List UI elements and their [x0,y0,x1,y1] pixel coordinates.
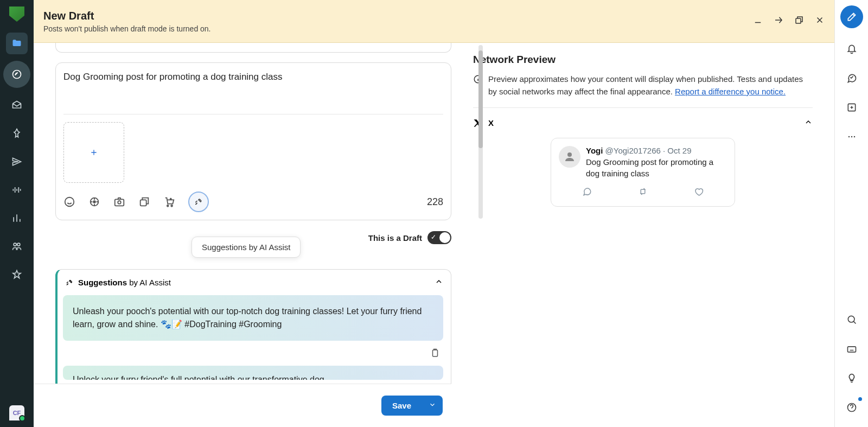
svg-point-5 [65,197,74,207]
preview-divider [473,107,813,108]
svg-point-18 [851,136,852,138]
camera-button[interactable] [113,196,125,208]
retweet-icon[interactable] [638,187,648,199]
avatar [559,146,580,168]
compose-toolbar: 228 [63,192,443,212]
svg-point-7 [93,201,95,203]
nav-analytics[interactable] [6,207,28,229]
target-button[interactable] [88,196,100,208]
compose-divider [63,114,443,114]
svg-point-9 [118,201,121,204]
copy-suggestion-button[interactable] [430,348,440,360]
svg-point-12 [171,205,173,207]
feedback-button[interactable] [842,68,861,88]
tweet-date: Oct 29 [667,146,691,155]
nav-inbox[interactable] [6,94,28,116]
add-media-button[interactable] [63,122,124,183]
banner-subtitle: Posts won't publish when draft mode is t… [43,24,211,33]
sparkle-icon [65,278,74,287]
network-accordion-header[interactable]: X [473,118,813,128]
notifications-button[interactable] [842,39,861,59]
svg-rect-13 [433,350,438,356]
chevron-up-icon [804,118,813,128]
svg-rect-8 [115,199,124,206]
svg-point-17 [848,136,850,138]
emoji-button[interactable] [63,196,75,208]
suggestions-title-bold: Suggestions [78,278,127,287]
compose-card: Dog Grooming post for promoting a dog tr… [55,62,451,220]
add-panel-button[interactable] [842,98,861,117]
check-icon: ✓ [431,233,436,241]
keyboard-button[interactable] [842,339,861,359]
like-icon[interactable] [694,187,704,199]
svg-point-19 [853,136,855,138]
character-count: 228 [427,196,443,208]
svg-rect-4 [796,18,801,23]
compose-column: Dog Grooming post for promoting a dog tr… [34,43,451,427]
nav-people[interactable] [6,235,28,257]
collapse-button[interactable] [774,15,783,27]
svg-point-3 [17,243,20,246]
svg-point-2 [14,243,16,246]
svg-marker-1 [15,73,18,75]
compose-fab[interactable] [840,5,863,28]
suggestions-header: Suggestions by AI Assist [63,277,443,288]
scrollbar-thumb[interactable] [478,50,483,148]
tweet-author-handle: @Yogi2017266 [605,146,661,155]
svg-point-11 [167,205,169,207]
nav-folder[interactable] [6,33,28,54]
banner-title: New Draft [43,10,211,22]
draft-toggle[interactable]: ✓ [427,231,451,244]
tweet-author-name: Yogi [586,146,603,155]
previous-card-edge [55,43,451,53]
reply-icon[interactable] [582,187,592,199]
suggestion-item[interactable]: Unlock your furry friend's full potentia… [63,366,443,380]
library-button[interactable] [138,196,150,208]
preview-column: Network Preview Preview approximates how… [451,43,834,427]
collapse-suggestions-button[interactable] [435,277,443,288]
tweet-sep: · [661,146,668,155]
sprout-logo [9,7,24,22]
svg-point-15 [567,152,572,157]
main-area: Dog Grooming post for promoting a dog tr… [34,43,834,427]
toggle-knob [439,232,450,243]
close-button[interactable] [815,15,825,27]
more-button[interactable] [842,127,861,146]
nav-star[interactable] [6,264,28,285]
draft-label: This is a Draft [368,233,422,243]
svg-point-0 [13,71,21,79]
tweet-preview: Yogi @Yogi2017266 · Oct 29 Dog Grooming … [551,138,735,207]
lightbulb-button[interactable] [842,368,861,388]
help-button[interactable] [842,398,861,417]
minimize-button[interactable] [753,15,763,27]
save-dropdown-button[interactable] [422,396,443,416]
left-sidebar: CF [0,0,34,427]
ai-assist-tooltip: Suggestions by AI Assist [192,237,301,258]
windows-button[interactable] [794,15,804,27]
svg-rect-21 [847,347,856,352]
network-label: X [488,118,494,128]
user-badge[interactable]: CF [9,405,24,420]
preview-heading: Network Preview [473,54,813,66]
nav-pin[interactable] [6,123,28,144]
search-button[interactable] [842,310,861,329]
nav-send[interactable] [6,151,28,173]
right-sidebar [834,0,868,427]
suggestions-title-rest: by AI Assist [127,278,171,287]
report-difference-link[interactable]: Report a difference you notice. [675,87,786,96]
ai-assist-button[interactable] [188,192,209,212]
save-button[interactable]: Save [381,396,422,416]
suggestions-card: Suggestions by AI Assist Unleash your po… [55,269,451,393]
tweet-body: Dog Grooming post for promoting a dog tr… [586,156,727,179]
draft-banner: New Draft Posts won't publish when draft… [34,0,834,43]
scrollbar[interactable] [478,45,483,219]
svg-point-20 [848,316,854,322]
preview-note: Preview approximates how your content wi… [473,73,813,98]
nav-listen[interactable] [6,179,28,201]
compose-textarea[interactable]: Dog Grooming post for promoting a dog tr… [63,71,443,114]
compose-footer: Save [34,384,451,427]
svg-rect-10 [141,200,146,206]
nav-compass[interactable] [3,61,30,88]
product-button[interactable] [163,196,175,208]
suggestion-item[interactable]: Unleash your pooch's potential with our … [63,295,443,341]
